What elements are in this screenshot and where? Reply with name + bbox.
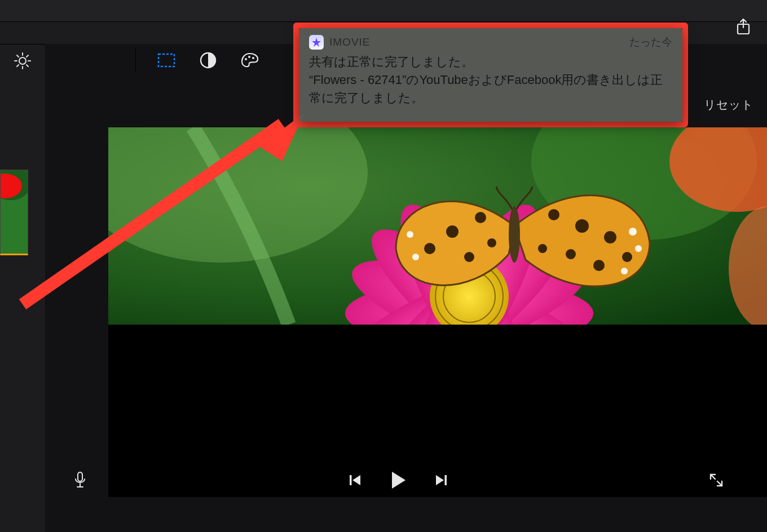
svg-point-9 xyxy=(252,57,254,59)
skip-previous-icon xyxy=(348,473,363,487)
clip-thumbnail[interactable] xyxy=(0,170,28,255)
notification-title-text: 共有は正常に完了しました。 xyxy=(309,53,672,71)
crop-icon xyxy=(157,52,176,68)
svg-point-39 xyxy=(621,268,628,274)
svg-rect-5 xyxy=(158,54,174,66)
svg-point-29 xyxy=(593,260,605,271)
microphone-icon xyxy=(73,471,87,489)
video-frame xyxy=(108,127,767,325)
svg-rect-44 xyxy=(350,475,352,485)
next-button[interactable] xyxy=(431,470,451,490)
notification-message-text: “Flowers - 62741”のYouTubeおよびFacebook用の書き… xyxy=(309,71,672,107)
preview-viewer xyxy=(108,127,767,497)
svg-point-33 xyxy=(424,243,435,254)
imovie-app-icon xyxy=(309,35,324,50)
notification-header: IMOVIE たった今 xyxy=(309,35,672,50)
settings-button[interactable] xyxy=(13,51,32,73)
svg-point-32 xyxy=(446,225,459,238)
gear-icon xyxy=(13,51,32,70)
svg-rect-43 xyxy=(78,472,82,481)
notification-timestamp: たった今 xyxy=(629,35,672,50)
expand-icon xyxy=(708,472,724,488)
svg-point-25 xyxy=(548,209,559,220)
prev-button[interactable] xyxy=(345,470,365,490)
svg-point-35 xyxy=(487,238,496,247)
svg-point-27 xyxy=(604,231,616,243)
voiceover-button[interactable] xyxy=(70,470,90,490)
play-button[interactable] xyxy=(388,470,408,490)
play-icon xyxy=(390,471,407,490)
svg-point-1 xyxy=(19,57,26,64)
svg-point-42 xyxy=(509,206,520,263)
svg-rect-45 xyxy=(445,475,447,485)
toolbar-divider xyxy=(135,49,136,72)
svg-point-41 xyxy=(412,254,419,260)
thumbnail-image xyxy=(1,170,28,254)
svg-point-36 xyxy=(622,252,632,262)
title-bar xyxy=(0,0,767,22)
color-correction-button[interactable] xyxy=(239,49,261,72)
crop-tool-button[interactable] xyxy=(155,49,178,72)
playback-controls xyxy=(63,462,733,498)
share-icon xyxy=(736,19,751,36)
contrast-icon xyxy=(199,51,217,69)
svg-point-30 xyxy=(538,244,547,253)
svg-point-8 xyxy=(248,56,250,58)
svg-point-28 xyxy=(566,249,576,259)
skip-next-icon xyxy=(434,473,448,487)
imovie-window: リセット xyxy=(0,0,767,532)
svg-point-7 xyxy=(245,58,247,60)
reset-button[interactable]: リセット xyxy=(704,97,753,113)
svg-point-37 xyxy=(629,228,637,236)
left-sidebar xyxy=(0,44,45,532)
notification-banner[interactable]: IMOVIE たった今 共有は正常に完了しました。 “Flowers - 627… xyxy=(299,28,682,122)
notification-body: 共有は正常に完了しました。 “Flowers - 62741”のYouTubeお… xyxy=(309,53,672,107)
palette-icon xyxy=(240,52,259,69)
frame-image xyxy=(108,127,767,325)
notification-app-name: IMOVIE xyxy=(329,36,371,48)
svg-point-34 xyxy=(464,252,474,262)
svg-point-38 xyxy=(635,245,642,252)
svg-marker-47 xyxy=(312,38,321,47)
fullscreen-button[interactable] xyxy=(706,470,726,490)
svg-point-40 xyxy=(407,231,413,238)
color-balance-button[interactable] xyxy=(197,49,219,72)
annotation-highlight-box: IMOVIE たった今 共有は正常に完了しました。 “Flowers - 627… xyxy=(293,23,688,127)
share-button[interactable] xyxy=(732,16,755,38)
svg-point-31 xyxy=(475,212,486,223)
svg-point-26 xyxy=(575,219,589,233)
